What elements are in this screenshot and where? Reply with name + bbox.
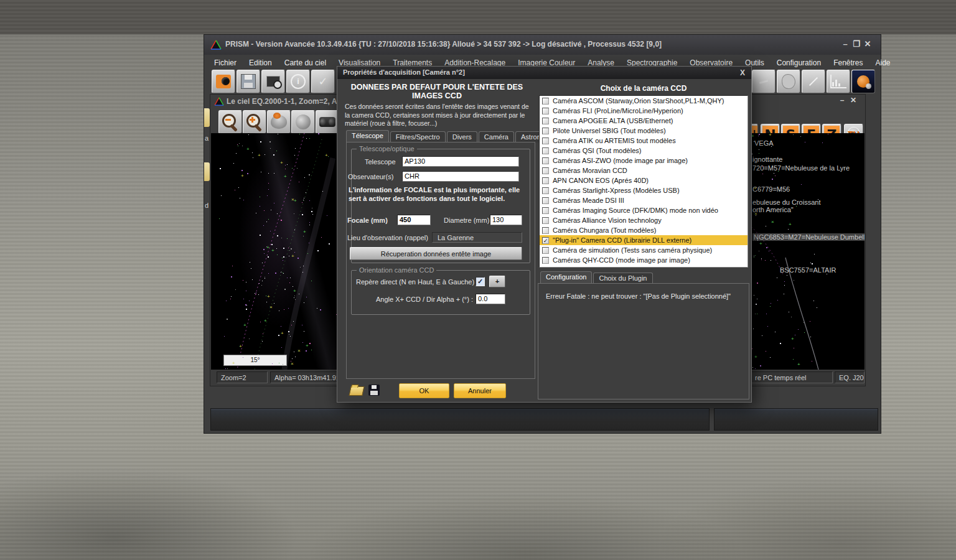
- camera-list-item[interactable]: Camera APOGEE ALTA (USB/Ethernet): [540, 116, 747, 126]
- camera-checkbox[interactable]: [542, 247, 549, 254]
- camera-label: Caméras Alliance Vision technology: [553, 217, 662, 224]
- ok-button[interactable]: OK: [399, 383, 449, 398]
- save-icon: [241, 74, 256, 89]
- telescope-input[interactable]: AP130: [402, 156, 519, 167]
- camera-checkbox[interactable]: [542, 128, 549, 134]
- plus-button[interactable]: +: [489, 276, 505, 287]
- menu-item-edition[interactable]: Edition: [244, 57, 277, 68]
- camera-checkbox[interactable]: [542, 177, 549, 184]
- camera-checkbox[interactable]: [542, 167, 549, 174]
- sky-window-controls: – ✕: [836, 96, 859, 105]
- camera-list-item[interactable]: APN CANON EOS (Aprés 40D): [540, 175, 747, 185]
- menu-item-fichier[interactable]: Fichier: [209, 57, 241, 68]
- sky-object-label: ignottante: [752, 156, 782, 163]
- pan-button[interactable]: [777, 70, 800, 93]
- camera-list-item[interactable]: Caméra de simulation (Tests sans caméra …: [540, 245, 747, 255]
- gear-icon: [271, 115, 287, 129]
- camera-list-item[interactable]: Caméras QHY-CCD (mode image par image): [540, 255, 747, 265]
- camera-list[interactable]: Caméra ASCOM (Starway,Orion StarShoot,PL…: [539, 95, 748, 268]
- tab-t-lescope[interactable]: Télescope: [346, 130, 389, 142]
- tab-configuration[interactable]: Configuration: [540, 271, 592, 284]
- camera-label: Caméras QHY-CCD (mode image par image): [553, 256, 690, 264]
- minimize-icon[interactable]: –: [840, 39, 851, 49]
- menu-item-fen-tres[interactable]: Fenêtres: [828, 57, 868, 68]
- camera-checkbox[interactable]: [542, 98, 549, 105]
- close-icon[interactable]: ✕: [848, 96, 859, 105]
- camera-list-item[interactable]: Caméras ASI-ZWO (mode image par image): [540, 156, 747, 166]
- camera-list-item[interactable]: Pilote Universel SBIG (Tout modèles): [540, 126, 747, 136]
- repere-checkbox[interactable]: ✓: [476, 277, 485, 286]
- menu-item-aide[interactable]: Aide: [871, 57, 896, 68]
- angle-input[interactable]: 0.0: [476, 294, 505, 304]
- camera-checkbox[interactable]: [542, 138, 549, 144]
- camera-list-item[interactable]: Caméras Moravian CCD: [540, 166, 747, 175]
- lieu-field: La Garenne: [432, 232, 522, 243]
- recup-entete-button[interactable]: Récuperation données entête image: [350, 247, 522, 260]
- minimize-icon[interactable]: –: [836, 96, 848, 105]
- camera-checkbox[interactable]: [542, 157, 549, 164]
- field-rotation-button[interactable]: [267, 110, 291, 134]
- tab-cam-ra[interactable]: Caméra: [479, 131, 514, 142]
- line-tool-button[interactable]: [802, 70, 825, 93]
- camera-checkbox[interactable]: [542, 108, 549, 114]
- focale-input[interactable]: 450: [397, 215, 431, 225]
- tool-button-partial[interactable]: [752, 70, 776, 93]
- camera-checkbox[interactable]: ✓: [542, 237, 549, 244]
- app-titlebar[interactable]: PRISM - Version Avancée 10.3.49.416 {TU …: [204, 35, 881, 55]
- camera-list-item[interactable]: Caméra ATIK ou ARTEMIS tout modèles: [540, 136, 747, 146]
- camera-list-item[interactable]: Caméras Alliance Vision technology: [540, 215, 747, 225]
- camera-checkbox[interactable]: [542, 217, 549, 224]
- camera-checkbox[interactable]: [542, 207, 549, 214]
- camera-list-item[interactable]: Caméras QSI (Tout modèles): [540, 146, 747, 156]
- dialog-intro: Ces données seront écrites dans l'entête…: [345, 103, 532, 128]
- tab-choix-du-plugin[interactable]: Choix du Plugin: [593, 273, 652, 284]
- camera-label: Caméras Imaging Source (DFK/DMK) mode no…: [553, 207, 718, 214]
- menu-item-carte-du-ciel[interactable]: Carte du ciel: [279, 57, 331, 68]
- validate-button[interactable]: ✓: [311, 70, 335, 93]
- camera-list-item[interactable]: Caméras Starlight-Xpress (Modèles USB): [540, 185, 747, 195]
- open-settings-button[interactable]: [350, 386, 363, 396]
- diametre-input[interactable]: 130: [490, 215, 522, 225]
- camera-checkbox[interactable]: [542, 187, 549, 194]
- camera-panel-heading: Choix de la caméra CCD: [539, 85, 748, 93]
- telescope-group-legend: Telescope/optique: [357, 145, 417, 152]
- camera-label: Caméras FLI (ProLine/MicroLine/Hyperion): [553, 107, 683, 114]
- camera-list-item[interactable]: Caméras Meade DSI III: [540, 195, 747, 205]
- close-icon[interactable]: ✕: [862, 39, 873, 49]
- info-button[interactable]: i: [286, 70, 310, 93]
- tab-filtres-spectro[interactable]: Filtres/Spectro: [390, 131, 446, 142]
- sidebar-fragment-label: d: [205, 202, 209, 209]
- camera-list-item[interactable]: Caméras FLI (ProLine/MicroLine/Hyperion): [540, 106, 747, 116]
- save-settings-button[interactable]: [368, 385, 380, 396]
- ephemeris-button[interactable]: [851, 70, 875, 93]
- camera-checkbox[interactable]: [542, 257, 549, 264]
- find-image-button[interactable]: [261, 70, 285, 93]
- focale-label: Focale (mm): [347, 217, 388, 224]
- camera-label: Caméra ASCOM (Starway,Orion StarShoot,PL…: [553, 97, 724, 105]
- cancel-button[interactable]: Annuler: [454, 383, 506, 398]
- camera-checkbox[interactable]: [542, 147, 549, 154]
- camera-list-item[interactable]: Caméras Imaging Source (DFK/DMK) mode no…: [540, 205, 747, 215]
- zoom-in-button[interactable]: [243, 110, 266, 134]
- camera-checkbox[interactable]: [542, 118, 549, 124]
- app-window-controls: – ❐ ✕: [840, 39, 873, 49]
- zoom-out-button[interactable]: [218, 110, 242, 134]
- camera-checkbox[interactable]: [542, 197, 549, 204]
- camera-acquisition-button[interactable]: [212, 70, 235, 93]
- tab-divers[interactable]: Divers: [447, 131, 477, 142]
- camera-list-item[interactable]: ✓"Plug-in" Camera CCD (Librairie DLL ext…: [540, 235, 747, 245]
- camera-label: "Plug-in" Camera CCD (Librairie DLL exte…: [553, 236, 691, 244]
- camera-checkbox[interactable]: [542, 227, 549, 234]
- observer-input[interactable]: CHR: [402, 171, 519, 182]
- dialog-titlebar[interactable]: Propriétés d'acquisition [Caméra n°2] X: [337, 67, 751, 79]
- camera-list-item[interactable]: Caméra Chungara (Tout modèles): [540, 225, 747, 235]
- search-object-button[interactable]: [316, 110, 339, 134]
- camera-list-item[interactable]: Caméra ASCOM (Starway,Orion StarShoot,PL…: [540, 96, 747, 106]
- menu-item-configuration[interactable]: Configuration: [772, 57, 826, 68]
- histogram-button[interactable]: [827, 70, 850, 93]
- repere-label: Repère direct (N en Haut, E à Gauche): [356, 278, 474, 286]
- save-button[interactable]: [237, 70, 260, 93]
- maximize-icon[interactable]: ❐: [851, 39, 862, 49]
- celestial-sphere-button[interactable]: [291, 110, 315, 134]
- dialog-close-icon[interactable]: X: [740, 68, 745, 77]
